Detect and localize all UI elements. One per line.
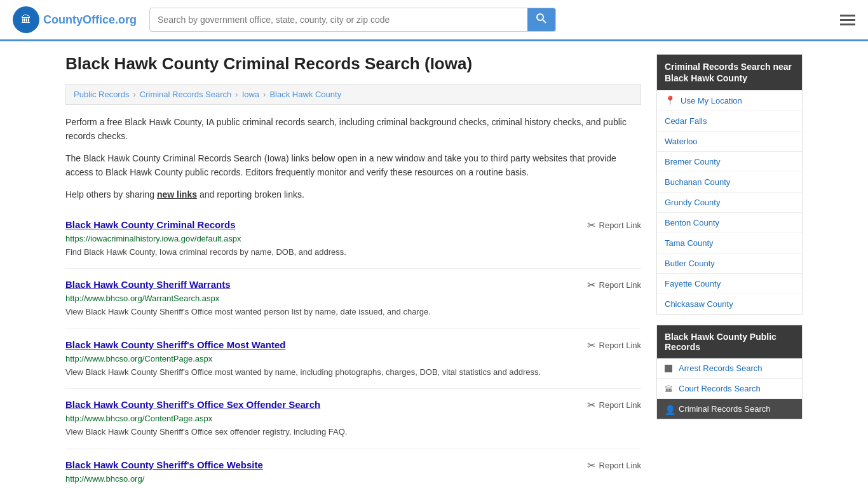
search-bar: [149, 8, 556, 32]
description-1: Perform a free Black Hawk County, IA pub…: [65, 115, 641, 144]
search-button[interactable]: [527, 8, 555, 31]
sidebar-nearby-link-7[interactable]: Butler County: [665, 259, 715, 268]
svg-line-3: [543, 20, 546, 23]
record-title-4[interactable]: Black Hawk County Sheriff's Office Websi…: [65, 459, 263, 470]
sidebar-pub-link-0[interactable]: Arrest Records Search: [679, 363, 763, 373]
menu-button[interactable]: [840, 15, 855, 25]
record-url-1[interactable]: http://www.bhcso.org/WarrantSearch.aspx: [65, 294, 641, 303]
sidebar: Criminal Records Search near Black Hawk …: [656, 54, 803, 488]
sidebar-nearby-item-1[interactable]: Waterloo: [657, 132, 802, 152]
report-icon-0: ✂: [587, 219, 595, 231]
breadcrumb: Public Records › Criminal Records Search…: [65, 84, 641, 105]
record-url-4[interactable]: http://www.bhcso.org/: [65, 474, 641, 484]
sidebar-nearby-link-8[interactable]: Fayette County: [665, 279, 721, 288]
sidebar-nearby-item-6[interactable]: Tama County: [657, 233, 802, 254]
record-title-0[interactable]: Black Hawk County Criminal Records: [65, 219, 236, 230]
logo-icon: 🏛: [13, 6, 39, 33]
record-item: Black Hawk County Sheriff's Office Most …: [65, 329, 641, 390]
breadcrumb-public-records[interactable]: Public Records: [74, 90, 129, 99]
sidebar-criminal-body: 📍 Use My Location Cedar FallsWaterlooBre…: [657, 90, 802, 314]
sidebar-nearby-item-2[interactable]: Bremer County: [657, 152, 802, 172]
pub-icon-1: 🏛: [665, 384, 674, 393]
breadcrumb-iowa[interactable]: Iowa: [242, 90, 259, 99]
record-url-0[interactable]: https://iowacriminalhistory.iowa.gov/def…: [65, 234, 641, 243]
record-title-2[interactable]: Black Hawk County Sheriff's Office Most …: [65, 339, 285, 350]
svg-text:🏛: 🏛: [21, 14, 31, 25]
page-title: Black Hawk County Criminal Records Searc…: [65, 54, 641, 74]
sidebar-nearby-link-0[interactable]: Cedar Falls: [665, 116, 707, 126]
sidebar-nearby-item-9[interactable]: Chickasaw County: [657, 294, 802, 314]
sidebar-pub-link-2[interactable]: Criminal Records Search: [679, 404, 771, 414]
sidebar-pub-item-1[interactable]: 🏛Court Records Search: [657, 379, 802, 399]
record-item: Black Hawk County Sheriff's Office Websi…: [65, 449, 641, 488]
report-link-4[interactable]: ✂ Report Link: [587, 459, 641, 471]
description-3: Help others by sharing new links and rep…: [65, 187, 641, 201]
search-input[interactable]: [150, 10, 527, 30]
breadcrumb-criminal-records-search[interactable]: Criminal Records Search: [140, 90, 232, 99]
sidebar-nearby-item-3[interactable]: Buchanan County: [657, 172, 802, 193]
sidebar-public-records-section: Black Hawk County Public Records Arrest …: [656, 325, 803, 419]
report-link-3[interactable]: ✂ Report Link: [587, 399, 641, 411]
sidebar-nearby-link-6[interactable]: Tama County: [665, 238, 714, 248]
header: 🏛 CountyOffice.org: [0, 0, 868, 41]
breadcrumb-sep: ›: [235, 90, 238, 99]
pub-icon-0: [665, 364, 674, 373]
record-url-3[interactable]: http://www.bhcso.org/ContentPage.aspx: [65, 414, 641, 423]
sidebar-pub-item-2[interactable]: 👤Criminal Records Search: [657, 399, 802, 419]
record-item: Black Hawk County Sheriff Warrants ✂ Rep…: [65, 269, 641, 329]
description-2: The Black Hawk County Criminal Records S…: [65, 151, 641, 180]
main-container: Black Hawk County Criminal Records Searc…: [53, 41, 815, 488]
sidebar-nearby-item-4[interactable]: Grundy County: [657, 193, 802, 213]
sidebar-nearby-link-2[interactable]: Bremer County: [665, 157, 720, 166]
menu-line: [840, 15, 855, 17]
sidebar-criminal-header: Criminal Records Search near Black Hawk …: [657, 55, 802, 90]
sidebar-pub-list: Arrest Records Search🏛Court Records Sear…: [657, 358, 802, 419]
record-desc-3: View Black Hawk County Sheriff's Office …: [65, 426, 641, 438]
sidebar-public-records-header: Black Hawk County Public Records: [657, 325, 802, 358]
logo-text: CountyOffice.org: [43, 13, 137, 27]
sidebar-nearby-item-5[interactable]: Benton County: [657, 213, 802, 233]
record-desc-1: View Black Hawk County Sheriff's Office …: [65, 306, 641, 318]
record-title-3[interactable]: Black Hawk County Sheriff's Office Sex O…: [65, 399, 320, 410]
sidebar-nearby-link-4[interactable]: Grundy County: [665, 198, 720, 207]
sidebar-nearby-link-5[interactable]: Benton County: [665, 218, 719, 227]
sidebar-nearby-link-1[interactable]: Waterloo: [665, 137, 698, 146]
use-my-location-link[interactable]: Use My Location: [681, 96, 742, 105]
breadcrumb-sep: ›: [263, 90, 266, 99]
record-url-2[interactable]: http://www.bhcso.org/ContentPage.aspx: [65, 354, 641, 363]
menu-line: [840, 24, 855, 25]
sidebar-nearby-item-0[interactable]: Cedar Falls: [657, 111, 802, 132]
breadcrumb-black-hawk-county[interactable]: Black Hawk County: [269, 90, 341, 99]
report-icon-2: ✂: [587, 339, 595, 351]
sidebar-use-my-location[interactable]: 📍 Use My Location: [657, 90, 802, 111]
report-link-2[interactable]: ✂ Report Link: [587, 339, 641, 351]
svg-point-2: [537, 14, 543, 20]
sidebar-nearby-item-8[interactable]: Fayette County: [657, 274, 802, 294]
sidebar-criminal-section: Criminal Records Search near Black Hawk …: [656, 54, 803, 315]
location-icon: 📍: [665, 95, 675, 105]
report-link-1[interactable]: ✂ Report Link: [587, 279, 641, 291]
breadcrumb-sep: ›: [133, 90, 135, 99]
sidebar-nearby-link-9[interactable]: Chickasaw County: [665, 299, 733, 309]
record-desc-0: Find Black Hawk County, Iowa criminal re…: [65, 246, 641, 259]
report-link-0[interactable]: ✂ Report Link: [587, 219, 641, 231]
pub-icon-2: 👤: [665, 405, 674, 414]
sidebar-nearby-link-3[interactable]: Buchanan County: [665, 177, 730, 187]
record-item: Black Hawk County Sheriff's Office Sex O…: [65, 389, 641, 449]
report-icon-4: ✂: [587, 459, 595, 471]
sidebar-nearby-list: Cedar FallsWaterlooBremer CountyBuchanan…: [657, 111, 802, 314]
menu-line: [840, 19, 855, 21]
new-links-link[interactable]: new links: [157, 189, 197, 200]
logo-link[interactable]: 🏛 CountyOffice.org: [13, 6, 137, 33]
report-icon-3: ✂: [587, 399, 595, 411]
record-desc-2: View Black Hawk County Sheriff's Office …: [65, 366, 641, 379]
report-icon-1: ✂: [587, 279, 595, 291]
record-title-1[interactable]: Black Hawk County Sheriff Warrants: [65, 279, 231, 290]
sidebar-nearby-item-7[interactable]: Butler County: [657, 254, 802, 274]
records-list: Black Hawk County Criminal Records ✂ Rep…: [65, 209, 641, 488]
content-area: Black Hawk County Criminal Records Searc…: [65, 54, 641, 488]
record-item: Black Hawk County Criminal Records ✂ Rep…: [65, 209, 641, 269]
sidebar-pub-item-0[interactable]: Arrest Records Search: [657, 358, 802, 379]
sidebar-pub-link-1[interactable]: Court Records Search: [679, 384, 761, 393]
